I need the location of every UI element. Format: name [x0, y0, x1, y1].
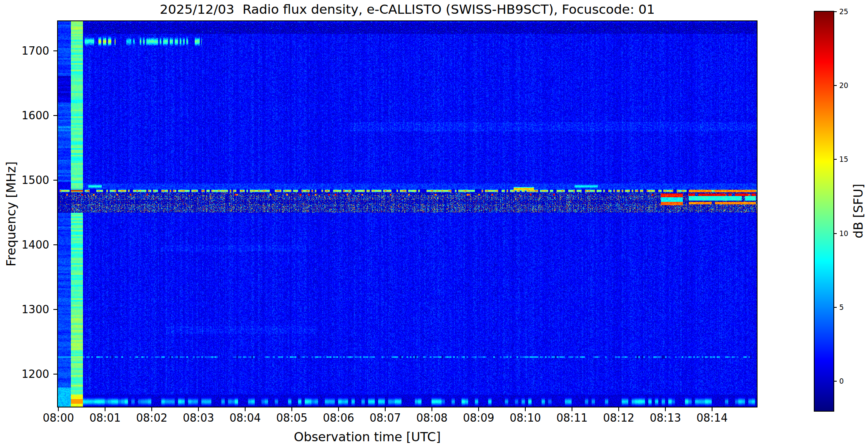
- y-tick-mark: [53, 50, 57, 51]
- y-tick-label: 1200: [10, 368, 49, 380]
- x-tick-label: 08:04: [222, 412, 268, 424]
- x-tick-mark: [712, 407, 712, 411]
- colorbar-tick-label: 10: [839, 229, 848, 238]
- x-axis-label: Observation time [UTC]: [294, 430, 441, 444]
- x-tick-label: 08:11: [549, 412, 595, 424]
- x-tick-label: 08:03: [176, 412, 221, 424]
- colorbar-tick-label: 25: [839, 8, 848, 16]
- y-tick-label: 1700: [10, 45, 49, 57]
- y-tick-mark: [53, 374, 57, 375]
- x-tick-label: 08:08: [409, 412, 455, 424]
- colorbar-tick-mark: [833, 307, 837, 308]
- x-tick-label: 08:09: [456, 412, 502, 424]
- x-tick-label: 08:02: [129, 412, 175, 424]
- y-tick-mark: [53, 115, 57, 116]
- x-tick-mark: [58, 407, 59, 411]
- x-tick-mark: [385, 407, 386, 411]
- colorbar-tick-label: 5: [839, 303, 844, 312]
- spectrogram-figure: 2025/12/03 Radio flux density, e-CALLIST…: [0, 0, 868, 445]
- y-tick-label: 1400: [10, 239, 49, 251]
- colorbar-tick-label: 15: [839, 155, 848, 163]
- x-tick-mark: [665, 407, 666, 411]
- x-tick-mark: [572, 407, 572, 411]
- colorbar-tick-label: 0: [839, 377, 844, 385]
- colorbar-label: dB [SFU]: [851, 184, 865, 239]
- x-tick-label: 08:12: [596, 412, 642, 424]
- x-tick-mark: [291, 407, 292, 411]
- x-tick-label: 08:00: [35, 412, 81, 424]
- x-tick-mark: [198, 407, 199, 411]
- x-tick-label: 08:10: [502, 412, 548, 424]
- y-tick-mark: [53, 180, 57, 181]
- colorbar-tick-mark: [833, 381, 837, 382]
- colorbar-tick-mark: [833, 85, 837, 86]
- spectrogram-heatmap: [58, 21, 757, 407]
- x-tick-mark: [431, 407, 432, 411]
- x-tick-mark: [105, 407, 105, 411]
- x-tick-mark: [478, 407, 479, 411]
- y-tick-label: 1300: [10, 303, 49, 316]
- x-tick-mark: [245, 407, 246, 411]
- x-tick-label: 08:05: [269, 412, 315, 424]
- y-tick-mark: [53, 309, 57, 310]
- x-tick-mark: [525, 407, 526, 411]
- y-tick-label: 1600: [10, 109, 49, 122]
- x-tick-label: 08:13: [642, 412, 688, 424]
- x-tick-mark: [151, 407, 152, 411]
- x-tick-label: 08:07: [362, 412, 408, 424]
- y-tick-label: 1500: [10, 174, 49, 186]
- colorbar-tick-label: 20: [839, 81, 848, 90]
- colorbar-gradient: [815, 12, 833, 411]
- colorbar-frame: [814, 11, 834, 412]
- colorbar-tick-mark: [833, 11, 837, 12]
- colorbar-tick-mark: [833, 233, 837, 234]
- chart-title: 2025/12/03 Radio flux density, e-CALLIST…: [160, 2, 655, 17]
- x-tick-mark: [618, 407, 619, 411]
- x-tick-label: 08:01: [82, 412, 128, 424]
- y-tick-mark: [53, 244, 57, 245]
- x-tick-label: 08:14: [689, 412, 735, 424]
- x-tick-label: 08:06: [316, 412, 361, 424]
- x-tick-mark: [338, 407, 339, 411]
- plot-area-frame: [57, 20, 758, 407]
- colorbar-tick-mark: [833, 159, 837, 160]
